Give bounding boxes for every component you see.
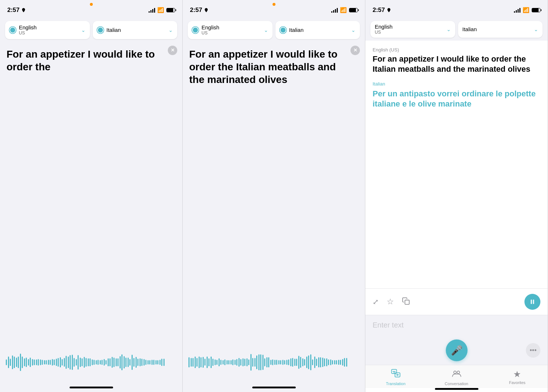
waveform-bar <box>155 360 157 364</box>
waveform-bar <box>148 360 149 364</box>
location-icon-2 <box>204 8 209 13</box>
waveform-bar <box>132 355 133 370</box>
waveform-bar <box>124 356 125 368</box>
target-lang-chevron-3: ⌄ <box>534 26 538 32</box>
waveform-bar <box>125 358 126 367</box>
waveform-bar <box>121 354 123 370</box>
status-bar-3: 2:57 📶 <box>365 0 548 18</box>
waveform-bar <box>66 356 67 368</box>
source-lang-btn-2[interactable]: English US ⌄ <box>188 21 273 39</box>
lang-dot-en-1 <box>9 27 16 33</box>
waveform-bar <box>336 360 337 364</box>
waveform-bar <box>334 360 335 365</box>
waveform-bar <box>56 359 57 366</box>
lang-selector-1: English US ⌄ Italian ⌄ <box>0 18 182 42</box>
more-button-3[interactable]: ••• <box>526 343 540 358</box>
waveform-bar <box>14 356 15 368</box>
partial-text-1: For an appetizer I would like to order t… <box>7 48 159 73</box>
tab-translation[interactable]: Translation <box>365 368 426 386</box>
waveform-bar <box>108 358 109 366</box>
translation-text-3: Per un antipasto vorrei ordinare le polp… <box>373 89 540 109</box>
mic-button-3[interactable]: 🎤 <box>446 339 468 361</box>
waveform-bar <box>320 357 321 368</box>
source-text-3: For an appetizer I would like to order t… <box>373 54 540 75</box>
text-input-area-3[interactable]: Enter text <box>365 315 548 335</box>
waveform-bar <box>10 359 11 366</box>
source-lang-chevron-2: ⌄ <box>264 27 268 33</box>
panel-3: 2:57 📶 English US <box>365 0 548 392</box>
waveform-bar <box>104 359 105 365</box>
waveform-bar <box>328 359 329 365</box>
waveform-bar <box>215 359 216 365</box>
waveform-bar <box>50 360 51 365</box>
swap-icon[interactable]: ⤢ <box>373 297 379 306</box>
waveform-bar <box>12 355 13 369</box>
lang-dot-it-2 <box>280 27 286 33</box>
waveform-bar <box>262 355 263 370</box>
waveform-bar <box>82 358 83 367</box>
waveform-bar <box>20 354 21 371</box>
waveform-bar <box>101 360 103 365</box>
favorite-icon[interactable]: ☆ <box>387 297 394 306</box>
source-lang-sub-3: US <box>375 30 393 35</box>
waveform-bar <box>220 360 221 365</box>
waveform-bar <box>203 357 204 368</box>
copy-icon[interactable] <box>402 297 410 307</box>
waveform-bar <box>113 358 115 367</box>
waveform-bar <box>298 356 299 369</box>
waveform-bar <box>232 359 233 365</box>
waveform-bar <box>54 359 55 365</box>
close-btn-2[interactable]: ✕ <box>350 46 360 55</box>
status-icons-3: 📶 <box>514 7 540 13</box>
tab-conversation[interactable]: Conversation <box>426 368 487 386</box>
tab-translation-label: Translation <box>386 381 406 386</box>
waveform-bar <box>42 360 43 365</box>
waveform-bar <box>116 358 117 367</box>
status-icons-1: 📶 <box>149 7 175 13</box>
location-icon-3 <box>386 8 391 13</box>
waveform-bar <box>344 358 345 366</box>
close-btn-1[interactable]: ✕ <box>168 46 177 55</box>
svg-point-6 <box>457 371 460 374</box>
waveform-bar <box>28 359 29 366</box>
target-lang-name-2: Italian <box>289 27 304 33</box>
waveform-1 <box>0 354 182 371</box>
waveform-bar <box>208 358 209 367</box>
target-lang-chevron-1: ⌄ <box>169 27 173 33</box>
source-lang-btn-3[interactable]: English US ⌄ <box>370 21 455 38</box>
lang-dot-it-1 <box>97 27 104 33</box>
waveform-bar <box>338 360 339 365</box>
waveform-bar <box>128 358 129 367</box>
source-lang-btn-1[interactable]: English US ⌄ <box>5 21 90 39</box>
waveform-bar <box>96 360 97 364</box>
waveform-bar <box>74 358 75 367</box>
notification-dot-2 <box>273 3 275 6</box>
pause-btn[interactable] <box>524 294 540 310</box>
waveform-bar <box>228 360 229 365</box>
waveform-bar <box>302 358 303 366</box>
waveform-2 <box>183 354 365 370</box>
translation-area-2: ✕ For an appetizer I would like to order… <box>183 42 365 343</box>
target-lang-name-1: Italian <box>107 27 121 33</box>
target-lang-btn-2[interactable]: Italian ⌄ <box>275 21 360 39</box>
tab-favorites[interactable]: ★ Favorites <box>487 369 548 385</box>
waveform-bar <box>30 358 31 367</box>
battery-icon-3 <box>532 8 540 12</box>
action-bar-3: ⤢ ☆ <box>365 288 548 315</box>
favorites-icon: ★ <box>513 369 521 379</box>
battery-icon-2 <box>349 8 358 12</box>
waveform-bar <box>161 359 162 366</box>
target-lang-btn-1[interactable]: Italian ⌄ <box>93 21 178 39</box>
waveform-bar <box>284 360 285 364</box>
home-indicator-2 <box>252 387 296 388</box>
target-lang-btn-3[interactable]: Italian ⌄ <box>458 21 543 38</box>
waveform-bar <box>340 360 341 365</box>
waveform-bar <box>105 360 107 364</box>
wifi-icon-1: 📶 <box>157 7 164 13</box>
waveform-bar <box>264 358 265 366</box>
svg-rect-0 <box>405 300 409 304</box>
pause-icon <box>529 299 536 305</box>
waveform-bar <box>34 359 35 365</box>
waveform-bar <box>88 358 89 367</box>
time-display-1: 2:57 <box>7 7 20 14</box>
